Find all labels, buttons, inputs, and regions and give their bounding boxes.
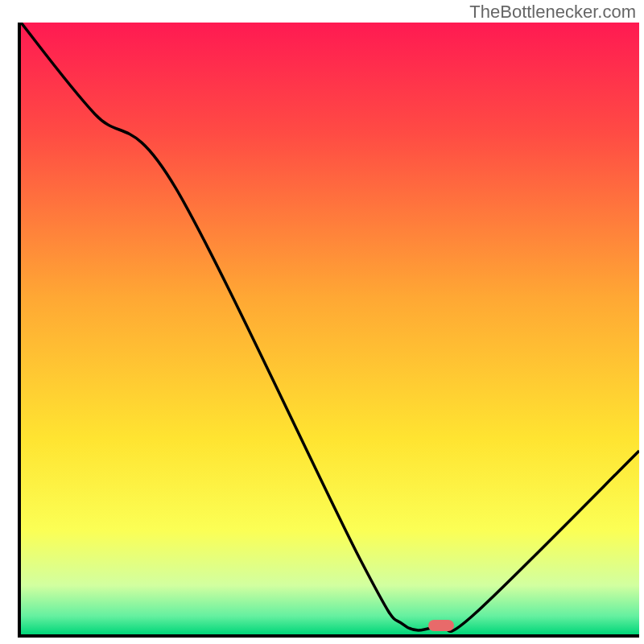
optimal-marker <box>428 620 454 631</box>
watermark-text: TheBottlenecker.com <box>469 2 636 23</box>
bottleneck-curve <box>21 23 639 634</box>
chart-container: TheBottlenecker.com <box>0 0 644 644</box>
plot-area <box>18 23 639 638</box>
